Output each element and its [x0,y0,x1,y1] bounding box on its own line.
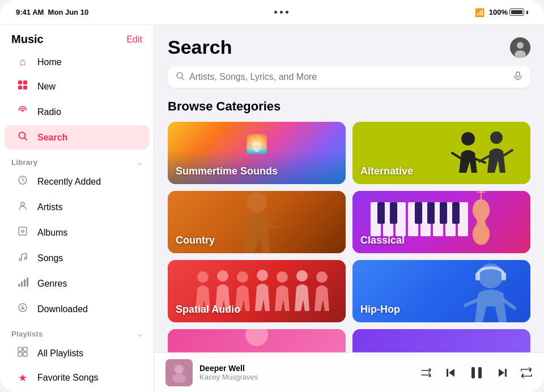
browse-categories-title: Browse Categories [168,99,530,114]
search-bar[interactable] [168,66,530,88]
status-bar: 9:41 AM Mon Jun 10 📶 100% [0,0,544,25]
svg-rect-9 [19,227,27,235]
battery-tip [526,11,528,14]
svg-line-30 [182,78,184,79]
app-body: Music Edit ⌂ Home New [0,25,544,392]
sidebar-nav-radio[interactable]: Radio [5,100,149,124]
category-hip-hop[interactable]: Hip-Hop [352,260,530,322]
svg-line-42 [267,224,277,228]
library-chevron-icon[interactable]: ⌵ [138,158,142,167]
all-playlists-icon [16,346,29,360]
svg-point-59 [197,271,209,283]
now-playing-artist: Kacey Musgraves [199,373,414,381]
play-pause-button[interactable] [468,364,485,381]
svg-rect-19 [18,347,22,351]
page-title: Search [168,36,232,58]
sidebar-edit-button[interactable]: Edit [126,35,142,45]
category-country[interactable]: Country [168,191,346,253]
svg-rect-67 [475,272,480,280]
now-playing-controls [420,364,533,381]
svg-point-73 [175,365,184,374]
radio-label: Radio [37,107,61,117]
svg-line-70 [503,300,515,308]
category-summertime[interactable]: 🌅 Summertime Sounds [168,122,346,184]
all-playlists-label: All Playlists [37,348,83,359]
svg-rect-51 [377,202,385,224]
categories-grid: 🌅 Summertime Sounds [168,122,530,357]
status-time: 9:41 AM Mon Jun 10 [16,8,88,16]
mic-icon[interactable] [513,71,522,83]
recently-added-label: Recently Added [37,177,101,187]
sidebar: Music Edit ⌂ Home New [0,25,154,392]
svg-rect-2 [18,86,22,90]
category-classical-label: Classical [360,235,405,246]
sidebar-item-all-playlists[interactable]: All Playlists [5,341,149,365]
svg-point-63 [277,271,288,283]
svg-rect-0 [18,80,22,84]
sidebar-item-recently-added[interactable]: Recently Added [5,169,149,194]
sidebar-title: Music [11,33,44,46]
status-right: 📶 100% [475,8,528,17]
artists-icon [16,200,29,214]
shuffle-button[interactable] [420,367,433,379]
category-country-label: Country [176,235,215,246]
next-button[interactable] [496,367,509,379]
svg-point-10 [22,230,24,232]
category-hip-hop-label: Hip-Hop [360,304,400,316]
avatar-button[interactable] [510,37,530,58]
svg-rect-78 [478,367,482,378]
recently-added-icon [16,174,29,189]
sidebar-item-artists[interactable]: Artists [5,195,149,219]
svg-rect-53 [415,202,422,224]
sidebar-nav-search[interactable]: Search [5,125,149,150]
now-playing-bar: Deeper Well Kacey Musgraves [154,352,544,392]
svg-marker-75 [449,369,454,377]
status-dot-2 [280,11,283,14]
svg-rect-13 [18,284,20,287]
svg-point-64 [296,270,308,282]
category-spatial-audio[interactable]: Spatial Audio [168,260,346,322]
sidebar-item-albums[interactable]: Albums [5,220,149,245]
svg-rect-52 [390,202,397,224]
svg-rect-3 [23,86,27,90]
svg-point-62 [257,270,268,281]
sidebar-nav-home[interactable]: ⌂ Home [5,51,149,73]
category-classical[interactable]: Classical [352,191,530,253]
device-frame: 9:41 AM Mon Jun 10 📶 100% Music Edit [0,0,544,392]
sidebar-item-songs[interactable]: Songs [5,246,149,270]
svg-rect-15 [24,279,26,287]
category-spatial-audio-label: Spatial Audio [176,304,240,316]
status-dot-1 [274,11,277,14]
songs-icon [16,251,29,265]
sidebar-item-favorite-songs[interactable]: ★ Favorite Songs [5,367,149,389]
sidebar-item-downloaded[interactable]: Downloaded [5,297,149,321]
sidebar-nav-new[interactable]: New [5,74,149,99]
svg-rect-16 [27,278,28,287]
new-icon [16,79,29,93]
svg-rect-22 [23,352,27,356]
albums-label: Albums [37,228,67,238]
sidebar-item-genres[interactable]: Genres [5,271,149,296]
battery-block: 100% [489,8,528,16]
svg-line-69 [465,300,478,305]
previous-button[interactable] [444,367,457,379]
playlists-chevron-icon[interactable]: ⌵ [138,330,142,338]
svg-point-65 [316,271,328,283]
svg-point-37 [490,131,503,144]
svg-rect-20 [23,347,27,351]
main-content: Search [154,25,544,392]
category-alternative[interactable]: Alternative [352,122,530,184]
svg-point-60 [217,270,228,282]
svg-point-27 [517,42,524,49]
wifi-icon: 📶 [475,8,484,17]
battery-fill [511,10,522,14]
svg-point-11 [19,258,22,261]
svg-rect-55 [440,202,447,224]
svg-rect-31 [516,72,520,77]
svg-marker-79 [499,369,504,377]
now-playing-title: Deeper Well [199,364,414,373]
svg-rect-76 [447,369,448,377]
genres-icon [16,276,29,291]
repeat-button[interactable] [520,367,533,379]
search-input[interactable] [189,72,509,82]
